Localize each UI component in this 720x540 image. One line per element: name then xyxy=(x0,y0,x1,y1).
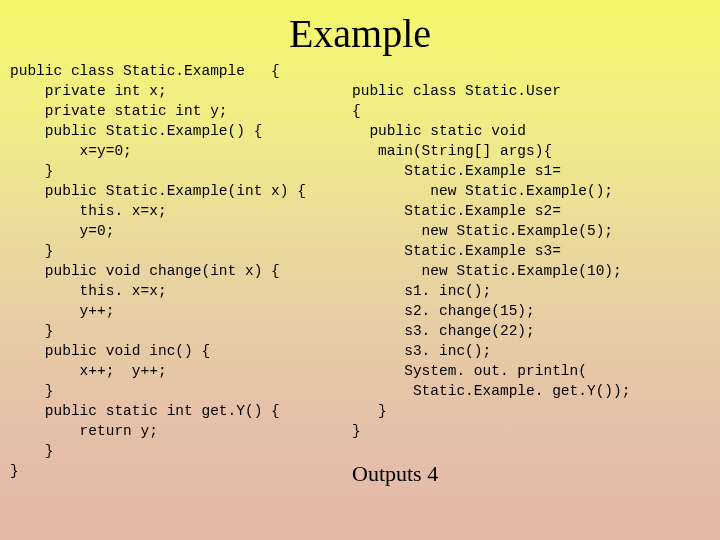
code-block-left: public class Static.Example { private in… xyxy=(10,61,306,481)
slide-title: Example xyxy=(0,0,720,61)
outputs-label: Outputs 4 xyxy=(352,461,438,487)
code-block-right: public class Static.User { public static… xyxy=(352,81,630,441)
